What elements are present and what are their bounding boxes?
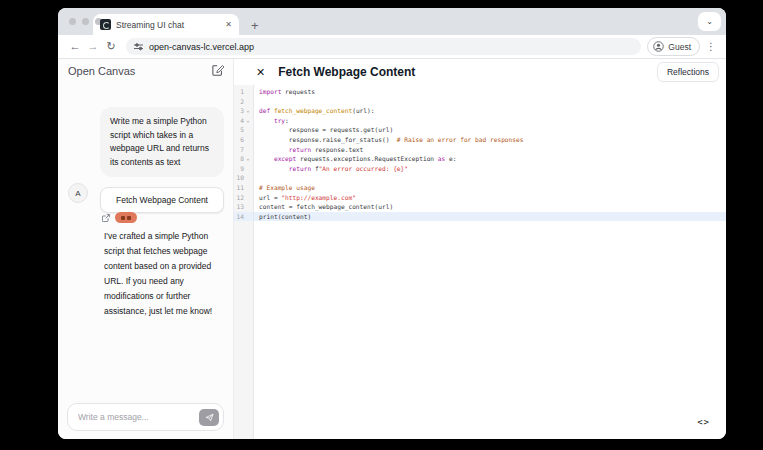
code-gutter: 123⌄4⌄5678⌄91011121314 [234,85,254,439]
code-line[interactable] [254,173,726,183]
fold-toggle-icon[interactable]: ⌄ [244,106,252,116]
reflections-button[interactable]: Reflections [657,62,719,82]
user-message: Write me a simple Python script which ta… [100,107,224,177]
langchain-favicon [100,19,111,30]
code-line[interactable]: def fetch_webpage_content(url): [254,106,726,116]
fold-toggle-icon [244,97,252,107]
fold-toggle-icon [244,87,252,97]
fold-toggle-icon [244,125,252,135]
assistant-message: I've crafted a simple Python script that… [104,229,226,319]
message-composer [67,403,224,431]
menu-dots-icon[interactable]: ⋮ [706,41,716,52]
line-number: 6 [234,135,253,145]
back-icon[interactable]: ← [66,41,84,52]
close-canvas-icon[interactable]: ✕ [256,66,265,79]
send-button[interactable] [199,409,219,426]
fold-toggle-icon [244,202,252,212]
new-chat-icon[interactable] [212,64,224,76]
code-toggle-icon[interactable]: <> [697,417,710,427]
fold-toggle-icon [244,212,252,222]
code-line[interactable]: return response.text [254,145,726,155]
guest-avatar-icon [653,41,664,52]
canvas-header: ✕ Fetch Webpage Content Reflections [234,59,726,85]
open-canvas-app: Open Canvas Write me a simple Python scr… [58,59,726,439]
line-number: 11 [234,183,253,193]
browser-window: Streaming UI chat ✕ + ⌄ ← → ↻ open-canva… [58,8,726,439]
line-number: 7 [234,145,253,155]
line-number: 12 [234,193,253,203]
line-number: 5 [234,125,253,135]
code-line[interactable]: try: [254,116,726,126]
fold-toggle-icon [244,193,252,203]
tab-strip: Streaming UI chat ✕ + ⌄ [58,8,726,35]
code-lines[interactable]: import requests def fetch_webpage_conten… [254,85,726,439]
line-number: 4⌄ [234,116,253,126]
code-editor[interactable]: 123⌄4⌄5678⌄91011121314 import requests d… [234,85,726,439]
url-text: open-canvas-lc.vercel.app [149,42,254,52]
tab-close-icon[interactable]: ✕ [225,20,232,29]
close-window-icon[interactable] [69,18,76,25]
fold-toggle-icon [244,183,252,193]
fold-toggle-icon[interactable]: ⌄ [244,116,252,126]
line-number: 2 [234,97,253,107]
fold-toggle-icon [244,145,252,155]
message-input[interactable] [76,411,199,423]
new-tab-icon[interactable]: + [251,19,259,32]
code-line[interactable]: url = "http://example.com" [254,193,726,203]
chat-sidebar: Open Canvas Write me a simple Python scr… [58,59,234,439]
line-number: 10 [234,173,253,183]
fold-toggle-icon [244,164,252,174]
canvas-panel: ✕ Fetch Webpage Content Reflections 123⌄… [234,59,726,439]
code-line[interactable]: response.raise_for_status() # Raise an e… [254,135,726,145]
forward-icon[interactable]: → [84,41,102,52]
tab-title: Streaming UI chat [116,20,221,30]
assistant-meta-row [102,212,137,223]
guest-profile-button[interactable]: Guest [647,37,700,56]
fold-toggle-icon[interactable]: ⌄ [244,154,252,164]
browser-tab[interactable]: Streaming UI chat ✕ [93,14,239,35]
line-number: 13 [234,202,253,212]
code-line[interactable]: # Example usage [254,183,726,193]
browser-toolbar: ← → ↻ open-canvas-lc.vercel.app Guest ⋮ [58,35,726,59]
tab-search-chevron-icon[interactable]: ⌄ [698,12,721,31]
artifact-card[interactable]: Fetch Webpage Content [100,187,224,213]
app-title: Open Canvas [68,65,135,77]
feedback-badge[interactable] [115,212,137,223]
code-line[interactable]: import requests [254,87,726,97]
reload-icon[interactable]: ↻ [102,41,120,52]
code-line[interactable]: return f"An error occurred: {e}" [254,164,726,174]
window-controls [69,18,102,25]
line-number: 1 [234,87,253,97]
line-number: 14 [234,212,253,222]
url-bar[interactable]: open-canvas-lc.vercel.app [126,38,641,55]
code-line[interactable]: response = requests.get(url) [254,125,726,135]
code-line[interactable]: print(content) [254,212,726,222]
site-controls-icon[interactable] [134,42,143,51]
code-line[interactable]: content = fetch_webpage_content(url) [254,202,726,212]
code-line[interactable]: except requests.exceptions.RequestExcept… [254,154,726,164]
guest-label: Guest [668,42,691,52]
external-link-icon[interactable] [102,214,110,222]
line-number: 8⌄ [234,154,253,164]
line-number: 3⌄ [234,106,253,116]
assistant-avatar: A [68,183,88,203]
fold-toggle-icon [244,173,252,183]
code-line[interactable] [254,97,726,107]
line-number: 9 [234,164,253,174]
canvas-title: Fetch Webpage Content [278,65,415,79]
minimize-window-icon[interactable] [82,18,89,25]
screenshot-stage: Streaming UI chat ✕ + ⌄ ← → ↻ open-canva… [0,0,763,450]
fold-toggle-icon [244,135,252,145]
